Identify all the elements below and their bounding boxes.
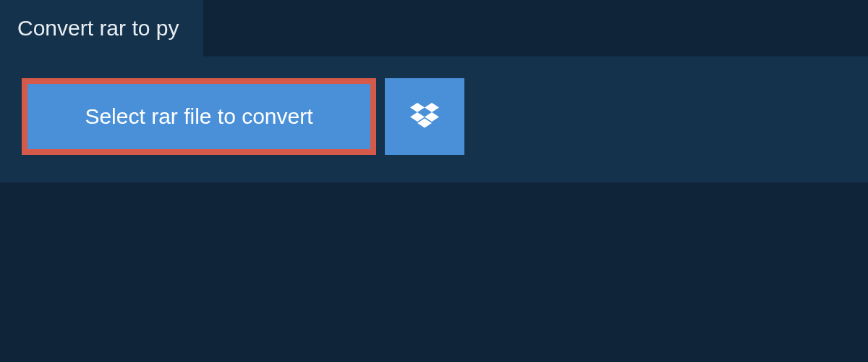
conversion-panel: Select rar file to convert [0, 56, 868, 182]
tab-title: Convert rar to py [17, 16, 179, 40]
tab-convert[interactable]: Convert rar to py [0, 0, 203, 56]
select-file-button[interactable]: Select rar file to convert [22, 78, 376, 155]
tab-bar: Convert rar to py [0, 0, 868, 56]
button-row: Select rar file to convert [22, 78, 846, 155]
dropbox-icon [410, 103, 439, 131]
select-file-label: Select rar file to convert [85, 104, 312, 129]
dropbox-button[interactable] [385, 78, 464, 155]
